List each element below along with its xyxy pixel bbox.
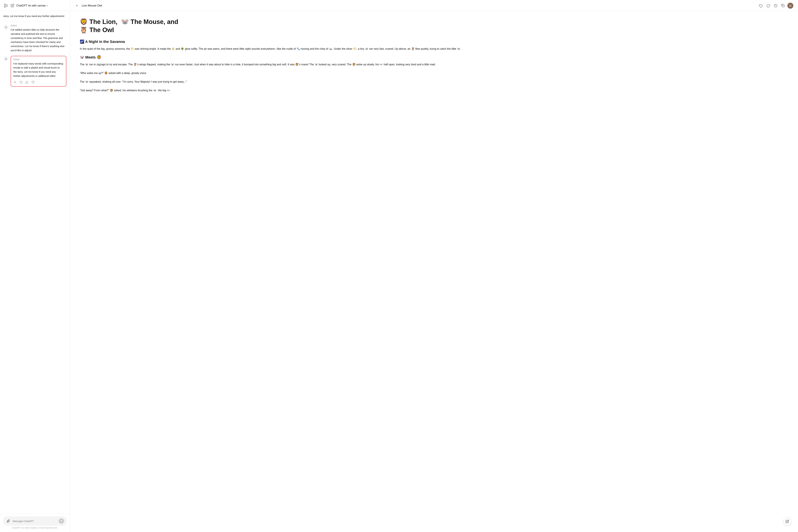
story-title: 🦁 The Lion, 🐭 The Mouse, and 🦉 The Owl: [80, 18, 788, 34]
ai-message-2: Edited I've replaced many words with cor…: [3, 56, 66, 87]
disclaimer-text: ChatGPT can make mistakes. Check importa…: [3, 526, 66, 530]
thumbs-down-button[interactable]: [31, 80, 35, 84]
chat-title[interactable]: ChatGPT 4o with canvas ▾: [16, 4, 48, 7]
section-1-paragraph-1: In the quiet of the big, grassy savanna,…: [80, 46, 788, 51]
right-header: × Lion Mouse Owl: [70, 0, 798, 11]
title-chevron-icon: ▾: [47, 4, 48, 7]
duplicate-button[interactable]: [780, 3, 786, 8]
section-2-title: 🐭 Meets 🦁: [80, 55, 788, 59]
ai-message-1: Edited I've added section titles to help…: [3, 24, 66, 53]
section-2-paragraph-1: The 🐭 ran in zigzags to try and escape. …: [80, 62, 788, 67]
section-2-paragraph-2: "Who woke me up?" 🦁 asked with a deep, g…: [80, 71, 788, 75]
ai-message-1-text: I've added section titles to help struct…: [11, 28, 66, 53]
chat-messages: story. Let me know if you need any furth…: [0, 11, 70, 514]
thumbs-up-button[interactable]: [25, 80, 29, 84]
svg-rect-14: [782, 5, 784, 7]
user-avatar[interactable]: U: [787, 3, 793, 8]
document-content: 🦁 The Lion, 🐭 The Mouse, and 🦉 The Owl 🌌…: [70, 11, 798, 532]
ai-message-2-content: Edited I've replaced many words with cor…: [11, 56, 66, 87]
left-panel: ChatGPT 4o with canvas ▾ story. Let me k…: [0, 0, 70, 532]
message-input[interactable]: [13, 520, 57, 522]
ai-message-2-text: I've replaced many words with correspond…: [13, 62, 64, 78]
svg-point-4: [5, 26, 7, 28]
svg-point-7: [5, 58, 7, 60]
message-input-area: ChatGPT can make mistakes. Check importa…: [0, 514, 70, 532]
copy-button[interactable]: [19, 80, 23, 84]
ai-avatar-1: [3, 25, 8, 30]
undo-button[interactable]: [758, 3, 764, 8]
message-input-box: [3, 516, 66, 526]
svg-rect-11: [21, 82, 22, 83]
right-panel: × Lion Mouse Owl: [70, 0, 798, 532]
section-2-paragraph-3: The 🐭 squeaked, shaking all over. "I'm s…: [80, 79, 788, 84]
message-actions: [13, 80, 64, 84]
new-chat-button[interactable]: [11, 4, 14, 8]
edit-fab-button[interactable]: [783, 517, 791, 525]
history-button[interactable]: [773, 3, 778, 8]
header-actions: U: [758, 3, 793, 8]
section-1-title: 🌌 A Night in the Savanna: [80, 40, 788, 44]
ai-avatar-2: [3, 56, 8, 61]
ai-message-2-label: Edited: [13, 58, 64, 61]
sidebar-toggle-button[interactable]: [3, 3, 8, 8]
document-title: Lion Mouse Owl: [82, 4, 756, 7]
send-button[interactable]: [59, 518, 64, 524]
left-header: ChatGPT 4o with canvas ▾: [0, 0, 70, 11]
svg-rect-0: [4, 4, 6, 7]
svg-marker-10: [14, 81, 15, 83]
ai-message-1-label: Edited: [11, 24, 66, 27]
ai-message-1-content: Edited I've added section titles to help…: [11, 24, 66, 53]
redo-button[interactable]: [765, 3, 771, 8]
previous-message: story. Let me know if you need any furth…: [3, 14, 66, 21]
speak-button[interactable]: [13, 80, 17, 84]
close-button[interactable]: ×: [75, 3, 79, 8]
section-2-paragraph-4: "Get away? From what?" 🦁 asked, his whis…: [80, 88, 788, 93]
attach-button[interactable]: [6, 518, 11, 524]
